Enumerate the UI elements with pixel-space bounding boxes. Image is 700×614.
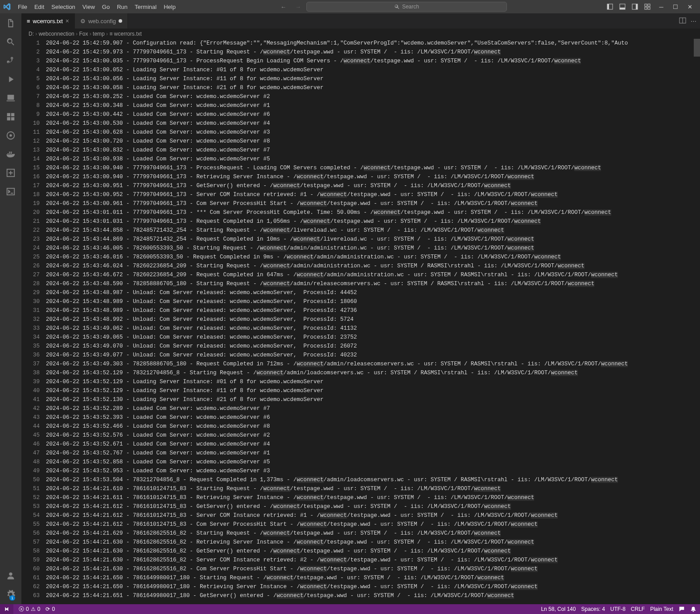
tab-web-config[interactable]: ⚙web.config [75, 13, 128, 29]
notifications-icon[interactable] [690, 606, 696, 612]
close-tab-icon[interactable]: × [66, 17, 69, 25]
code-line[interactable]: 2024-06-22 15:43:00.940 - 777997049661_1… [46, 164, 700, 172]
code-line[interactable]: 2024-06-22 15:43:52.767 - Loaded Com Ser… [46, 449, 700, 458]
breadcrumb-segment[interactable]: ≡ wcerrors.txt [109, 31, 141, 37]
window-maximize-button[interactable]: ☐ [669, 1, 682, 12]
eol-indicator[interactable]: CRLF [631, 606, 645, 612]
breadcrumb-segment[interactable]: temp [93, 31, 105, 37]
code-line[interactable]: 2024-06-22 15:43:49.303 - 782858886705_1… [46, 360, 700, 368]
code-line[interactable]: 2024-06-22 15:43:00.938 - Loaded Com Ser… [46, 155, 700, 164]
code-line[interactable]: 2024-06-22 15:43:49.070 - Unload: Com Se… [46, 342, 700, 351]
code-line[interactable]: 2024-06-22 15:43:00.628 - Loaded Com Ser… [46, 128, 700, 137]
code-line[interactable]: 2024-06-22 15:44:21.630 - 7861628625516_… [46, 556, 700, 565]
breadcrumb-segment[interactable]: Fox [79, 31, 88, 37]
breadcrumb-segment[interactable]: D: [29, 31, 34, 37]
code-line[interactable]: 2024-06-22 15:44:21.650 - 7861649980017_… [46, 582, 700, 591]
code-line[interactable]: 2024-06-22 15:43:00.832 - Loaded Com Ser… [46, 146, 700, 155]
code-line[interactable]: 2024-06-22 15:43:53.504 - 783212704856_8… [46, 475, 700, 484]
ports-indicator[interactable]: ⟳0 [45, 606, 55, 612]
run-debug-icon[interactable] [4, 72, 18, 86]
code-line[interactable]: 2024-06-22 15:43:00.952 - 777997049661_1… [46, 190, 700, 199]
code-line[interactable]: 2024-06-22 15:43:49.077 - Unload: Com Se… [46, 351, 700, 360]
editor-content[interactable]: 1234567891011121314151617181920212223242… [21, 39, 700, 604]
code-line[interactable]: 2024-06-22 15:43:01.031 - 777997049661_1… [46, 217, 700, 226]
explorer-icon[interactable] [4, 16, 18, 30]
remote-indicator[interactable] [0, 604, 13, 614]
code-line[interactable]: 2024-06-22 15:43:52.576 - Loaded Com Ser… [46, 431, 700, 440]
layout-left-icon[interactable] [605, 1, 615, 12]
code-line[interactable]: 2024-06-22 15:43:49.062 - Unload: Com Se… [46, 324, 700, 333]
search-icon[interactable] [4, 35, 18, 49]
menu-run[interactable]: Run [113, 2, 131, 12]
menu-go[interactable]: Go [99, 2, 113, 12]
docker-icon[interactable] [4, 147, 18, 161]
extensions-icon[interactable] [4, 110, 18, 124]
code-line[interactable]: 2024-06-22 15:43:00.058 - Loading Server… [46, 83, 700, 92]
layout-right-icon[interactable] [630, 1, 640, 12]
code-line[interactable]: 2024-06-22 15:43:52.129 - 783212704856_8… [46, 368, 700, 377]
nav-back-button[interactable]: ← [277, 2, 290, 12]
indentation-indicator[interactable]: Spaces: 4 [581, 606, 605, 612]
breadcrumb[interactable]: D: › webconnection › Fox › temp › ≡ wcer… [21, 29, 700, 39]
code-line[interactable]: 2024-06-22 15:43:00.056 - Loading Server… [46, 74, 700, 83]
layout-customize-icon[interactable] [642, 1, 653, 12]
cursor-position[interactable]: Ln 58, Col 140 [541, 606, 576, 612]
accounts-icon[interactable] [4, 569, 18, 583]
code-line[interactable]: 2024-06-22 15:43:00.442 - Loaded Com Ser… [46, 110, 700, 119]
code-line[interactable]: 2024-06-22 15:43:00.940 - 777997049661_1… [46, 172, 700, 181]
add-panel-icon[interactable] [4, 166, 18, 180]
command-center-search[interactable]: Search [306, 2, 507, 12]
code-line[interactable]: 2024-06-22 15:42:59.907 - Configuration … [46, 39, 700, 48]
code-line[interactable]: 2024-06-22 15:44:21.651 - 7861649980017_… [46, 591, 700, 600]
code-line[interactable]: 2024-06-22 15:43:00.052 - Loading Server… [46, 65, 700, 74]
code-line[interactable]: 2024-06-22 15:43:46.005 - 782600553393_5… [46, 244, 700, 253]
menu-file[interactable]: File [14, 2, 31, 12]
feedback-icon[interactable] [679, 606, 685, 612]
code-line[interactable]: 2024-06-22 15:43:52.129 - Loading Server… [46, 386, 700, 395]
code-line[interactable]: 2024-06-22 15:43:00.348 - Loaded Com Ser… [46, 101, 700, 110]
code-line[interactable]: 2024-06-22 15:44:21.611 - 7861610124715_… [46, 493, 700, 502]
code-line[interactable]: 2024-06-22 15:43:52.129 - Loading Server… [46, 377, 700, 386]
code-line[interactable]: 2024-06-22 15:43:48.989 - Unload: Com Se… [46, 297, 700, 306]
code-line[interactable]: 2024-06-22 15:44:21.612 - 7861610124715_… [46, 511, 700, 520]
code-line[interactable]: 2024-06-22 15:43:52.466 - Loaded Com Ser… [46, 422, 700, 431]
menu-view[interactable]: View [79, 2, 99, 12]
code-line[interactable]: 2024-06-22 15:43:00.720 - Loaded Com Ser… [46, 137, 700, 146]
code-line[interactable]: 2024-06-22 15:42:59.973 - 777997049661_1… [46, 48, 700, 57]
layout-bottom-icon[interactable] [617, 1, 628, 12]
code-line[interactable]: 2024-06-22 15:44:21.630 - 7861628625516_… [46, 565, 700, 573]
terminal-icon[interactable] [4, 184, 18, 199]
window-minimize-button[interactable]: ─ [655, 1, 668, 12]
code-line[interactable]: 2024-06-22 15:43:48.987 - Unload: Com Se… [46, 288, 700, 297]
code-line[interactable]: 2024-06-22 15:43:52.671 - Loaded Com Ser… [46, 440, 700, 449]
nav-forward-button[interactable]: → [292, 2, 305, 12]
settings-gear-icon[interactable]: 1 [4, 587, 18, 602]
code-line[interactable]: 2024-06-22 15:43:52.858 - Loaded Com Ser… [46, 458, 700, 467]
code-line[interactable]: 2024-06-22 15:43:46.672 - 782602236854_2… [46, 270, 700, 279]
encoding-indicator[interactable]: UTF-8 [610, 606, 626, 612]
problems-indicator[interactable]: ⓧ0 ⚠0 [19, 606, 40, 613]
menu-help[interactable]: Help [160, 2, 179, 12]
vertical-scrollbar-thumb[interactable] [694, 39, 700, 57]
code-line[interactable]: 2024-06-22 15:43:44.869 - 782485721432_2… [46, 235, 700, 244]
more-actions-icon[interactable]: ⋯ [691, 18, 696, 25]
test-icon[interactable] [4, 128, 18, 143]
code-line[interactable]: 2024-06-22 15:43:46.016 - 782600553393_5… [46, 253, 700, 262]
code-line[interactable]: 2024-06-22 15:44:21.629 - 7861628625516_… [46, 529, 700, 538]
code-line[interactable]: 2024-06-22 15:44:21.630 - 7861628625516_… [46, 547, 700, 556]
code-line[interactable]: 2024-06-22 15:43:52.393 - Loaded Com Ser… [46, 413, 700, 422]
code-line[interactable]: 2024-06-22 15:43:00.951 - 777997049661_1… [46, 181, 700, 190]
code-line[interactable]: 2024-06-22 15:44:21.612 - 7861610124715_… [46, 502, 700, 511]
code-line[interactable]: 2024-06-22 15:44:21.630 - 7861628625516_… [46, 538, 700, 547]
code-line[interactable]: 2024-06-22 15:43:49.065 - Unload: Com Se… [46, 333, 700, 342]
code-line[interactable]: 2024-06-22 15:43:01.011 - 777997049661_1… [46, 208, 700, 217]
code-line[interactable]: 2024-06-22 15:43:44.858 - 782485721432_2… [46, 226, 700, 235]
code-line[interactable]: 2024-06-22 15:43:00.961 - 777997049661_1… [46, 199, 700, 208]
code-line[interactable]: 2024-06-22 15:43:48.992 - Unload: Com Se… [46, 315, 700, 324]
code-line[interactable]: 2024-06-22 15:44:21.650 - 7861649980017_… [46, 573, 700, 582]
code-line[interactable]: 2024-06-22 15:43:52.289 - Loaded Com Ser… [46, 404, 700, 413]
split-editor-icon[interactable] [679, 17, 686, 25]
code-line[interactable]: 2024-06-22 15:43:52.953 - Loaded Com Ser… [46, 467, 700, 475]
language-mode[interactable]: Plain Text [650, 606, 673, 612]
breadcrumb-segment[interactable]: webconnection [39, 31, 74, 37]
